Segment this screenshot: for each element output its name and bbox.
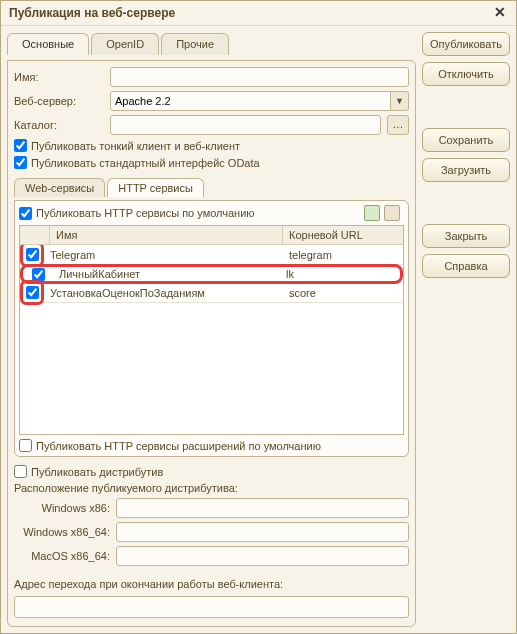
name-label: Имя: <box>14 71 104 83</box>
thin-client-label: Публиковать тонкий клиент и веб-клиент <box>31 140 240 152</box>
http-ext-checkbox[interactable] <box>19 439 32 452</box>
close-icon[interactable]: ✕ <box>492 5 508 21</box>
deselect-all-icon[interactable] <box>384 205 400 221</box>
row-checkbox[interactable] <box>26 248 39 261</box>
row-url: score <box>283 287 403 299</box>
row-checkbox[interactable] <box>26 286 39 299</box>
addr-input[interactable] <box>14 596 409 618</box>
webserver-select[interactable] <box>110 91 391 111</box>
save-button[interactable]: Сохранить <box>422 128 510 152</box>
http-default-label: Публиковать HTTP сервисы по умолчанию <box>36 207 255 219</box>
webserver-label: Веб-сервер: <box>14 95 104 107</box>
help-button[interactable]: Справка <box>422 254 510 278</box>
distrib-location-label: Расположение публикуемого дистрибутива: <box>14 482 409 494</box>
row-name: УстановкаОценокПоЗаданиям <box>44 287 283 299</box>
mac-input[interactable] <box>116 546 409 566</box>
http-services-grid: Имя Корневой URL TelegramtelegramЛичныйК… <box>19 225 404 435</box>
load-button[interactable]: Загрузить <box>422 158 510 182</box>
select-all-icon[interactable] <box>364 205 380 221</box>
tab-other[interactable]: Прочие <box>161 33 229 55</box>
table-row[interactable]: ЛичныйКабинетlk <box>20 264 403 284</box>
catalog-label: Каталог: <box>14 119 104 131</box>
publish-distrib-label: Публиковать дистрибутив <box>31 466 163 478</box>
row-url: lk <box>280 268 400 280</box>
addr-label: Адрес перехода при окончании работы веб-… <box>14 578 409 590</box>
mac-label: MacOS x86_64: <box>14 550 110 562</box>
win86-input[interactable] <box>116 498 409 518</box>
table-row[interactable]: Telegramtelegram <box>20 245 403 265</box>
odata-label: Публиковать стандартный интерфейс OData <box>31 157 260 169</box>
tab-web-services[interactable]: Web-сервисы <box>14 178 105 197</box>
col-url: Корневой URL <box>283 226 403 244</box>
catalog-input[interactable] <box>110 115 381 135</box>
http-default-checkbox[interactable] <box>19 207 32 220</box>
win64-input[interactable] <box>116 522 409 542</box>
win86-label: Windows x86: <box>14 502 110 514</box>
browse-button[interactable]: … <box>387 115 409 135</box>
col-name: Имя <box>50 226 283 244</box>
chevron-down-icon[interactable]: ▼ <box>391 91 409 111</box>
row-name: Telegram <box>44 249 283 261</box>
publish-distrib-checkbox[interactable] <box>14 465 27 478</box>
publish-button[interactable]: Опубликовать <box>422 32 510 56</box>
win64-label: Windows x86_64: <box>14 526 110 538</box>
http-ext-label: Публиковать HTTP сервисы расширений по у… <box>36 440 321 452</box>
col-check <box>20 226 50 244</box>
odata-checkbox[interactable] <box>14 156 27 169</box>
main-tabs: Основные OpenID Прочие <box>7 32 416 54</box>
row-checkbox[interactable] <box>32 268 45 281</box>
disconnect-button[interactable]: Отключить <box>422 62 510 86</box>
name-input[interactable] <box>110 67 409 87</box>
tab-http-services[interactable]: HTTP сервисы <box>107 178 204 197</box>
thin-client-checkbox[interactable] <box>14 139 27 152</box>
row-name: ЛичныйКабинет <box>53 268 280 280</box>
tab-openid[interactable]: OpenID <box>91 33 159 55</box>
row-url: telegram <box>283 249 403 261</box>
tab-main[interactable]: Основные <box>7 33 89 55</box>
close-button[interactable]: Закрыть <box>422 224 510 248</box>
titlebar: Публикация на веб-сервере ✕ <box>1 1 516 26</box>
table-row[interactable]: УстановкаОценокПоЗаданиямscore <box>20 283 403 303</box>
window-title: Публикация на веб-сервере <box>9 6 175 20</box>
